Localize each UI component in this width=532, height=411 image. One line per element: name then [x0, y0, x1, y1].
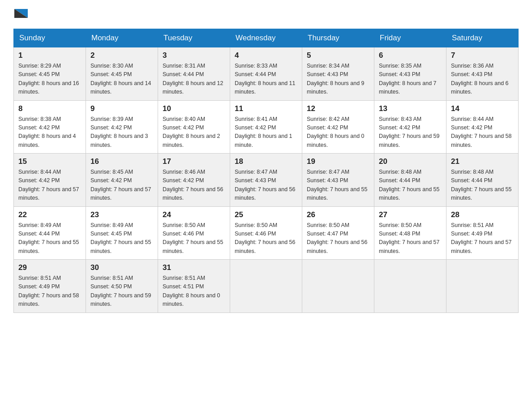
day-number: 23 [90, 210, 153, 219]
col-header-friday: Friday [374, 29, 446, 47]
calendar-cell: 10Sunrise: 8:40 AMSunset: 4:42 PMDayligh… [158, 100, 230, 154]
day-info: Sunrise: 8:51 AMSunset: 4:49 PMDaylight:… [451, 221, 514, 256]
col-header-monday: Monday [86, 29, 158, 47]
day-info: Sunrise: 8:41 AMSunset: 4:42 PMDaylight:… [235, 115, 297, 150]
day-info: Sunrise: 8:31 AMSunset: 4:44 PMDaylight:… [163, 62, 225, 97]
day-number: 26 [307, 210, 369, 219]
calendar-cell [374, 260, 446, 313]
day-info: Sunrise: 8:50 AMSunset: 4:48 PMDaylight:… [379, 221, 442, 256]
day-info: Sunrise: 8:50 AMSunset: 4:46 PMDaylight:… [235, 221, 297, 256]
day-number: 13 [379, 104, 442, 113]
day-number: 21 [451, 157, 514, 166]
day-info: Sunrise: 8:40 AMSunset: 4:42 PMDaylight:… [163, 115, 225, 150]
day-info: Sunrise: 8:49 AMSunset: 4:45 PMDaylight:… [90, 221, 153, 256]
calendar-cell: 23Sunrise: 8:49 AMSunset: 4:45 PMDayligh… [86, 206, 158, 260]
calendar-cell: 19Sunrise: 8:47 AMSunset: 4:43 PMDayligh… [302, 154, 374, 207]
logo [13, 9, 28, 20]
day-number: 29 [18, 263, 81, 272]
calendar-cell: 29Sunrise: 8:51 AMSunset: 4:49 PMDayligh… [14, 260, 86, 313]
day-number: 4 [235, 51, 297, 60]
calendar-cell: 26Sunrise: 8:50 AMSunset: 4:47 PMDayligh… [302, 206, 374, 260]
day-number: 10 [163, 104, 225, 113]
calendar-cell: 6Sunrise: 8:35 AMSunset: 4:43 PMDaylight… [374, 47, 446, 101]
day-number: 20 [379, 157, 442, 166]
day-info: Sunrise: 8:44 AMSunset: 4:42 PMDaylight:… [18, 168, 81, 203]
col-header-wednesday: Wednesday [230, 29, 302, 47]
calendar-cell: 24Sunrise: 8:50 AMSunset: 4:46 PMDayligh… [158, 206, 230, 260]
calendar-cell: 31Sunrise: 8:51 AMSunset: 4:51 PMDayligh… [158, 260, 230, 313]
calendar-cell [446, 260, 519, 313]
calendar-cell: 2Sunrise: 8:30 AMSunset: 4:45 PMDaylight… [86, 47, 158, 101]
day-number: 27 [379, 210, 442, 219]
day-number: 11 [235, 104, 297, 113]
day-number: 5 [307, 51, 369, 60]
week-row-3: 15Sunrise: 8:44 AMSunset: 4:42 PMDayligh… [14, 154, 519, 207]
day-info: Sunrise: 8:51 AMSunset: 4:50 PMDaylight:… [90, 274, 153, 309]
day-number: 25 [235, 210, 297, 219]
day-number: 22 [18, 210, 81, 219]
calendar-cell: 4Sunrise: 8:33 AMSunset: 4:44 PMDaylight… [230, 47, 302, 101]
day-number: 30 [90, 263, 153, 272]
calendar-table: SundayMondayTuesdayWednesdayThursdayFrid… [13, 29, 519, 313]
logo-icon [14, 9, 28, 22]
day-info: Sunrise: 8:45 AMSunset: 4:42 PMDaylight:… [90, 168, 153, 203]
day-number: 12 [307, 104, 369, 113]
calendar-cell [302, 260, 374, 313]
day-number: 28 [451, 210, 514, 219]
day-number: 9 [90, 104, 153, 113]
day-number: 16 [90, 157, 153, 166]
day-info: Sunrise: 8:50 AMSunset: 4:47 PMDaylight:… [307, 221, 369, 256]
col-header-saturday: Saturday [446, 29, 519, 47]
calendar-cell: 7Sunrise: 8:36 AMSunset: 4:43 PMDaylight… [446, 47, 519, 101]
day-number: 1 [18, 51, 81, 60]
day-number: 15 [18, 157, 81, 166]
page-header [13, 9, 519, 20]
day-number: 14 [451, 104, 514, 113]
day-number: 3 [163, 51, 225, 60]
week-row-4: 22Sunrise: 8:49 AMSunset: 4:44 PMDayligh… [14, 206, 519, 260]
week-row-5: 29Sunrise: 8:51 AMSunset: 4:49 PMDayligh… [14, 260, 519, 313]
day-number: 6 [379, 51, 442, 60]
day-info: Sunrise: 8:48 AMSunset: 4:44 PMDaylight:… [379, 168, 442, 203]
calendar-cell: 27Sunrise: 8:50 AMSunset: 4:48 PMDayligh… [374, 206, 446, 260]
week-row-1: 1Sunrise: 8:29 AMSunset: 4:45 PMDaylight… [14, 47, 519, 101]
day-info: Sunrise: 8:30 AMSunset: 4:45 PMDaylight:… [90, 62, 153, 97]
day-info: Sunrise: 8:51 AMSunset: 4:49 PMDaylight:… [18, 274, 81, 309]
day-info: Sunrise: 8:29 AMSunset: 4:45 PMDaylight:… [18, 62, 81, 97]
day-info: Sunrise: 8:42 AMSunset: 4:42 PMDaylight:… [307, 115, 369, 150]
calendar-cell: 20Sunrise: 8:48 AMSunset: 4:44 PMDayligh… [374, 154, 446, 207]
calendar-cell: 16Sunrise: 8:45 AMSunset: 4:42 PMDayligh… [86, 154, 158, 207]
calendar-cell: 15Sunrise: 8:44 AMSunset: 4:42 PMDayligh… [14, 154, 86, 207]
calendar-cell: 28Sunrise: 8:51 AMSunset: 4:49 PMDayligh… [446, 206, 519, 260]
day-info: Sunrise: 8:44 AMSunset: 4:42 PMDaylight:… [451, 115, 514, 150]
calendar-cell: 11Sunrise: 8:41 AMSunset: 4:42 PMDayligh… [230, 100, 302, 154]
calendar-cell: 17Sunrise: 8:46 AMSunset: 4:42 PMDayligh… [158, 154, 230, 207]
calendar-cell: 25Sunrise: 8:50 AMSunset: 4:46 PMDayligh… [230, 206, 302, 260]
day-number: 31 [163, 263, 225, 272]
calendar-cell: 9Sunrise: 8:39 AMSunset: 4:42 PMDaylight… [86, 100, 158, 154]
day-number: 2 [90, 51, 153, 60]
day-info: Sunrise: 8:39 AMSunset: 4:42 PMDaylight:… [90, 115, 153, 150]
calendar-cell: 22Sunrise: 8:49 AMSunset: 4:44 PMDayligh… [14, 206, 86, 260]
day-number: 7 [451, 51, 514, 60]
day-info: Sunrise: 8:47 AMSunset: 4:43 PMDaylight:… [307, 168, 369, 203]
day-info: Sunrise: 8:49 AMSunset: 4:44 PMDaylight:… [18, 221, 81, 256]
day-info: Sunrise: 8:34 AMSunset: 4:43 PMDaylight:… [307, 62, 369, 97]
calendar-cell: 5Sunrise: 8:34 AMSunset: 4:43 PMDaylight… [302, 47, 374, 101]
week-row-2: 8Sunrise: 8:38 AMSunset: 4:42 PMDaylight… [14, 100, 519, 154]
day-number: 24 [163, 210, 225, 219]
calendar-cell [230, 260, 302, 313]
day-info: Sunrise: 8:36 AMSunset: 4:43 PMDaylight:… [451, 62, 514, 97]
col-header-thursday: Thursday [302, 29, 374, 47]
day-info: Sunrise: 8:47 AMSunset: 4:43 PMDaylight:… [235, 168, 297, 203]
calendar-cell: 18Sunrise: 8:47 AMSunset: 4:43 PMDayligh… [230, 154, 302, 207]
calendar-cell: 14Sunrise: 8:44 AMSunset: 4:42 PMDayligh… [446, 100, 519, 154]
day-info: Sunrise: 8:50 AMSunset: 4:46 PMDaylight:… [163, 221, 225, 256]
day-number: 8 [18, 104, 81, 113]
col-header-sunday: Sunday [14, 29, 86, 47]
day-number: 19 [307, 157, 369, 166]
calendar-cell: 1Sunrise: 8:29 AMSunset: 4:45 PMDaylight… [14, 47, 86, 101]
calendar-cell: 3Sunrise: 8:31 AMSunset: 4:44 PMDaylight… [158, 47, 230, 101]
calendar-header-row: SundayMondayTuesdayWednesdayThursdayFrid… [14, 29, 519, 47]
calendar-cell: 12Sunrise: 8:42 AMSunset: 4:42 PMDayligh… [302, 100, 374, 154]
